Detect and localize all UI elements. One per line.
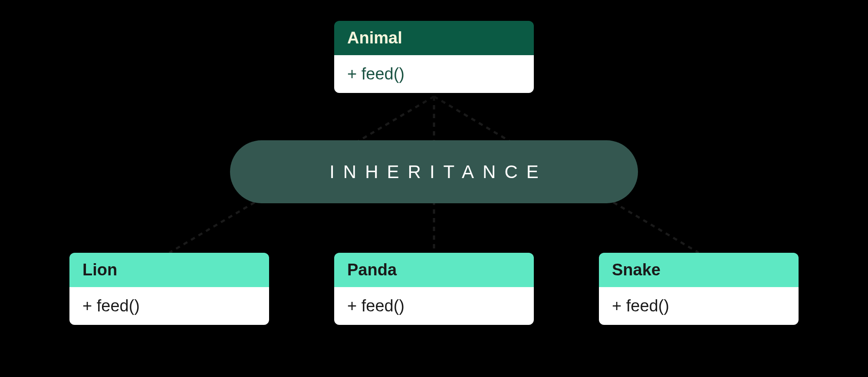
class-box-animal: Animal + feed() [334, 21, 534, 93]
class-name: Animal [347, 29, 402, 47]
inheritance-diagram: Animal + feed() INHERITANCE Lion + feed(… [0, 0, 868, 377]
class-body-animal: + feed() [334, 55, 534, 93]
class-header-snake: Snake [599, 253, 799, 287]
class-header-panda: Panda [334, 253, 534, 287]
inheritance-label-text: INHERITANCE [321, 162, 547, 182]
inheritance-label-pill: INHERITANCE [230, 140, 638, 203]
class-body-panda: + feed() [334, 287, 534, 325]
class-header-lion: Lion [69, 253, 269, 287]
class-name: Snake [612, 261, 661, 279]
class-body-lion: + feed() [69, 287, 269, 325]
class-method: + feed() [347, 297, 404, 315]
class-box-panda: Panda + feed() [334, 253, 534, 325]
class-body-snake: + feed() [599, 287, 799, 325]
class-name: Panda [347, 261, 397, 279]
class-method: + feed() [82, 297, 140, 315]
class-name: Lion [82, 261, 117, 279]
class-box-snake: Snake + feed() [599, 253, 799, 325]
class-method: + feed() [347, 65, 404, 83]
class-header-animal: Animal [334, 21, 534, 55]
class-box-lion: Lion + feed() [69, 253, 269, 325]
class-method: + feed() [612, 297, 669, 315]
